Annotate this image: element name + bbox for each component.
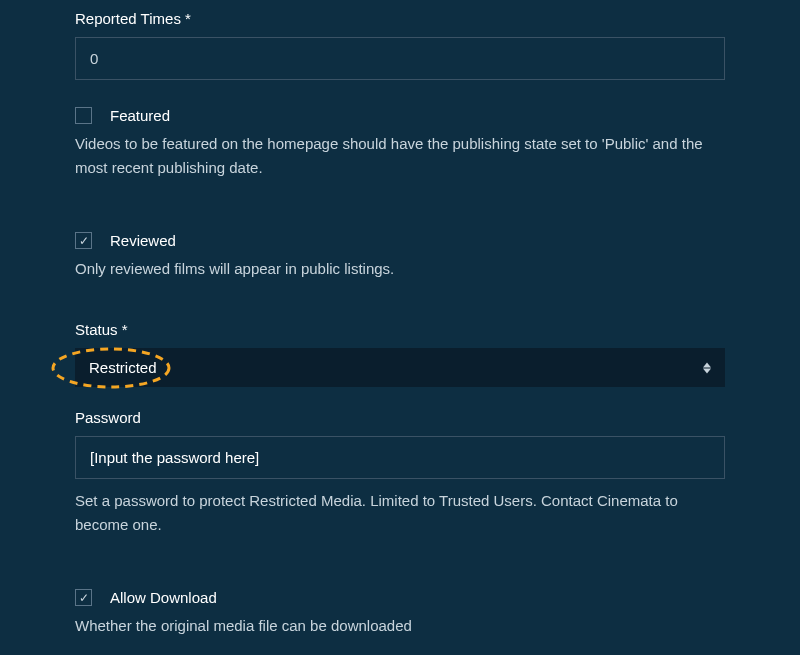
featured-hint: Videos to be featured on the homepage sh… xyxy=(75,132,725,180)
allow-download-row: Allow Download xyxy=(75,589,725,606)
status-select[interactable]: Restricted xyxy=(75,348,725,387)
media-settings-form: Reported Times * Featured Videos to be f… xyxy=(0,0,800,648)
featured-row: Featured xyxy=(75,107,725,124)
reported-times-label: Reported Times * xyxy=(75,10,725,27)
featured-checkbox[interactable] xyxy=(75,107,92,124)
password-input[interactable] xyxy=(75,436,725,479)
status-label: Status * xyxy=(75,321,725,338)
password-label: Password xyxy=(75,409,725,426)
reviewed-label: Reviewed xyxy=(110,232,176,249)
status-select-wrapper: Restricted xyxy=(75,348,725,387)
password-hint: Set a password to protect Restricted Med… xyxy=(75,489,725,537)
allow-download-label: Allow Download xyxy=(110,589,217,606)
reported-times-input[interactable] xyxy=(75,37,725,80)
allow-download-hint: Whether the original media file can be d… xyxy=(75,614,725,638)
featured-label: Featured xyxy=(110,107,170,124)
reviewed-checkbox[interactable] xyxy=(75,232,92,249)
reviewed-row: Reviewed xyxy=(75,232,725,249)
allow-download-checkbox[interactable] xyxy=(75,589,92,606)
reviewed-hint: Only reviewed films will appear in publi… xyxy=(75,257,725,281)
